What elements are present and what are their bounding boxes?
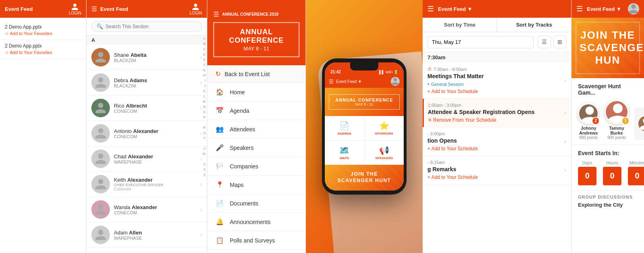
- menu-label-attendees: Attendees: [230, 126, 255, 133]
- speakers-icon: 🎤: [215, 144, 224, 151]
- menu-item-home[interactable]: 🏠 Home: [207, 83, 305, 102]
- back-to-event[interactable]: ↻ Back to Event List: [207, 65, 305, 83]
- countdown-row: Days 0 Hours 0 Minutes 0: [578, 160, 638, 185]
- schedule-time: ⏱ 7:30am - 8:00am: [427, 67, 566, 72]
- panel5-menu-icon[interactable]: ☰: [427, 4, 434, 13]
- clock-icon: ⏱: [427, 67, 432, 72]
- phone-grid-maps[interactable]: 🗺️ MAPS: [325, 141, 364, 165]
- avatar: [91, 200, 110, 219]
- phone-grid-speakers[interactable]: 📢 SPEAKERS: [365, 141, 404, 165]
- panel1-doc-item1[interactable]: 2 Demo App.pptx Add to Your Favorites: [0, 21, 86, 40]
- menu-item-polls[interactable]: 📋 Polls and Surveys: [207, 231, 305, 250]
- announcements-icon: 🔔: [215, 218, 224, 226]
- menu-label-announcements: Announcements: [230, 219, 270, 225]
- schedule-time: 1:00am - 3:00pm: [428, 103, 566, 108]
- panel2-search-input[interactable]: [105, 24, 197, 29]
- remove-from-schedule-btn[interactable]: ✕ Remove From Your Schedule: [428, 117, 566, 123]
- add-to-schedule-btn[interactable]: + Add to Your Schedule: [427, 89, 566, 94]
- chevron-right-icon: ›: [200, 206, 202, 213]
- list-item[interactable]: Shane Abeita Blackzim ›: [87, 45, 207, 70]
- panel1-doc1-fav[interactable]: Add to Your Favorites: [5, 31, 81, 36]
- menu-icon[interactable]: ☰: [213, 10, 219, 18]
- home-icon: 🏠: [215, 88, 224, 96]
- panel6-menu-icon[interactable]: ☰: [576, 4, 583, 13]
- minutes-count: 0: [628, 167, 644, 185]
- section-a-label: A: [87, 35, 207, 45]
- list-item[interactable]: Keith Alexander CHIEF EXECUTIVE OFFICER …: [87, 172, 207, 197]
- list-item[interactable]: Antonio Alexander Conecom ›: [87, 121, 207, 146]
- player-points-2: 800 points: [579, 135, 598, 140]
- panel1-doc2-name: 2 Demo App.pptx: [5, 43, 81, 49]
- phone-grid-sponsors[interactable]: ⭐ SPONSORS: [365, 116, 404, 140]
- menu-item-attendees[interactable]: 👥 Attendees: [207, 120, 305, 139]
- menu-label-speakers: Speakers: [230, 145, 254, 151]
- panel5-title: Event Feed ▼: [438, 6, 473, 12]
- attendee-company: CHIEF EXECUTIVE OFFICER: [114, 183, 200, 187]
- menu-item-speakers[interactable]: 🎤 Speakers: [207, 139, 305, 157]
- scavenger-banner-title: JOIN THE SCAVENGER HUN: [580, 29, 636, 67]
- date-select[interactable]: Thu, May 17: [427, 36, 534, 48]
- speakers-icon: 📢: [379, 145, 389, 155]
- sponsors-icon: ⭐: [379, 121, 389, 131]
- schedule-item[interactable]: - 3:00pm tion Opens + Add to Your Schedu…: [423, 127, 571, 156]
- attendee-company: Warephase: [114, 236, 200, 241]
- attendee-name: Adam Allen: [114, 230, 200, 236]
- menu-item-agenda[interactable]: 📅 Agenda: [207, 102, 305, 120]
- panel1-doc1-name: 2 Demo App.pptx: [5, 24, 81, 30]
- player3-avatar: [638, 116, 644, 131]
- add-to-schedule-btn[interactable]: + Add to Your Schedule: [427, 174, 566, 180]
- chevron-right-icon: ›: [564, 138, 566, 145]
- panel2-menu-icon[interactable]: ☰: [91, 5, 97, 13]
- group-title[interactable]: Exploring the City: [578, 202, 638, 208]
- list-item[interactable]: Wanda Alexander Conecom ›: [87, 197, 207, 222]
- panel2-alpha-bar: A B C D E F G H I J K L M N O P R S T V …: [202, 36, 207, 178]
- panel2-title: Event Feed: [100, 6, 128, 12]
- sort-by-time-tab[interactable]: Sort by Time: [423, 18, 497, 32]
- menu-label-documents: Documents: [230, 200, 258, 207]
- panel6-avatar: [628, 3, 639, 15]
- panel1-doc-item2[interactable]: 2 Demo App.pptx Add to Your Favorites: [0, 40, 86, 59]
- panel2-header: ☰ Event Feed LOGIN: [87, 0, 207, 18]
- schedule-item[interactable]: - 9:15am g Remarks + Add to Your Schedul…: [423, 156, 571, 185]
- maps-label: MAPS: [340, 156, 349, 160]
- menu-item-announcements[interactable]: 🔔 Announcements: [207, 213, 305, 231]
- event-feed-label: ANNUAL CONFERENCE 2018: [222, 12, 279, 17]
- attendee-name: Rico Albrecht: [114, 103, 200, 109]
- attendee-name: Antonio Alexander: [114, 128, 200, 134]
- attendee-info: Antonio Alexander Conecom: [114, 128, 200, 139]
- add-to-schedule-btn[interactable]: + Add to Your Schedule: [427, 146, 566, 151]
- menu-item-maps[interactable]: 📍 Maps: [207, 176, 305, 194]
- agenda-icon: 📄: [339, 121, 349, 131]
- sort-by-tracks-tab[interactable]: Sort by Tracks: [497, 18, 571, 32]
- attendee-name: Chad Alexander: [114, 153, 200, 160]
- group-label: GROUP DISCUSSIONS: [578, 195, 638, 199]
- avatar: [91, 124, 110, 143]
- phone-scavenger-banner[interactable]: JOIN THESCAVENGER HUNT: [325, 165, 404, 190]
- attendee-company: Blackzim: [114, 83, 200, 88]
- view-toggle: ☰ ⊞: [538, 35, 566, 48]
- list-item[interactable]: Rico Albrecht Conecom ›: [87, 95, 207, 121]
- panel1-login[interactable]: LOGIN: [69, 3, 81, 15]
- phone-grid-agenda[interactable]: 📄 AGENDA: [325, 116, 364, 140]
- schedule-item[interactable]: 1:00am - 3:00pm Attendee & Speaker Regis…: [423, 99, 571, 127]
- schedule-item[interactable]: ⏱ 7:30am - 8:00am Meetings That Matter ●…: [423, 63, 571, 99]
- menu-item-documents[interactable]: 📄 Documents: [207, 194, 305, 213]
- phone-menu-icon[interactable]: ☰: [329, 79, 334, 85]
- attendee-company2: Conecom: [114, 187, 200, 191]
- list-item[interactable]: Debra Adams Blackzim ›: [87, 70, 207, 95]
- hours-count: 0: [603, 167, 621, 185]
- list-item[interactable]: Chad Alexander Warephase ›: [87, 146, 207, 172]
- panel1-doc2-fav[interactable]: Add to Your Favorites: [5, 50, 81, 55]
- attendee-info: Adam Allen Warephase: [114, 230, 200, 241]
- list-view-btn[interactable]: ☰: [538, 35, 551, 48]
- panel6-title: Event Feed ▼: [587, 6, 621, 12]
- schedule-title: g Remarks: [427, 166, 566, 172]
- time-label-730: 7:30am: [423, 52, 571, 63]
- panel-documents: Event Feed LOGIN 2 Demo App.pptx Add to …: [0, 0, 87, 253]
- grid-view-btn[interactable]: ⊞: [553, 35, 566, 48]
- menu-item-gamification[interactable]: 🏆 Gamification: [207, 250, 305, 253]
- date-row: Thu, May 17 ☰ ⊞: [423, 32, 571, 52]
- list-item[interactable]: Adam Allen Warephase ›: [87, 222, 207, 248]
- menu-item-companies[interactable]: 🏳️ Companies: [207, 157, 305, 176]
- panel2-login[interactable]: LOGIN: [190, 3, 202, 15]
